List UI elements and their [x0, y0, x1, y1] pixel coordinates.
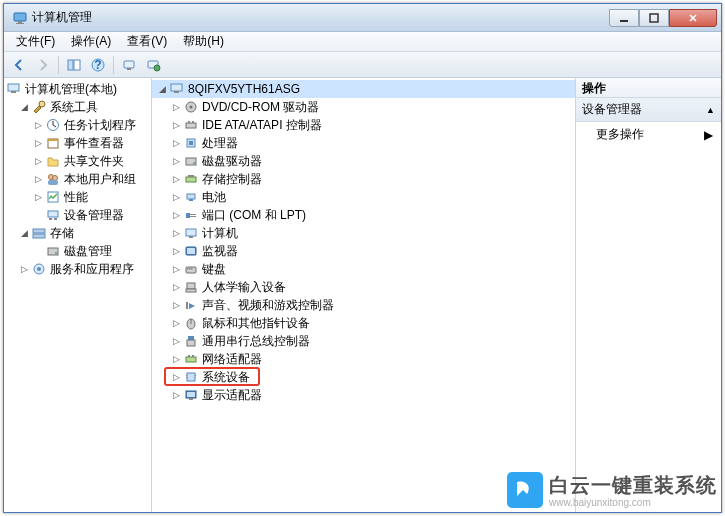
- device-category[interactable]: ▷监视器: [152, 242, 575, 260]
- tree-group-system-tools[interactable]: ◢ 系统工具: [4, 98, 151, 116]
- svg-rect-6: [74, 60, 80, 70]
- console-tree-pane[interactable]: 计算机管理(本地) ◢ 系统工具 ▷任务计划程序 ▷事件查看器 ▷共享文件夹 ▷…: [4, 78, 152, 512]
- menu-help[interactable]: 帮助(H): [175, 31, 232, 52]
- tree-group-services[interactable]: ▷ 服务和应用程序: [4, 260, 151, 278]
- expand-icon[interactable]: ▷: [170, 335, 182, 347]
- tree-item-event-viewer[interactable]: ▷事件查看器: [4, 134, 151, 152]
- device-category[interactable]: ▷存储控制器: [152, 170, 575, 188]
- expand-icon[interactable]: ▷: [170, 245, 182, 257]
- expand-icon[interactable]: ▷: [170, 227, 182, 239]
- device-category-icon: [183, 351, 199, 367]
- svg-rect-66: [188, 355, 190, 357]
- actions-section-title[interactable]: 设备管理器 ▲: [576, 98, 721, 122]
- svg-rect-28: [48, 248, 58, 255]
- svg-rect-57: [191, 268, 193, 270]
- menubar: 文件(F) 操作(A) 查看(V) 帮助(H): [4, 32, 721, 52]
- expand-icon[interactable]: ▷: [170, 137, 182, 149]
- tree-item-shared-folders[interactable]: ▷共享文件夹: [4, 152, 151, 170]
- svg-rect-64: [187, 340, 195, 346]
- device-category[interactable]: ▷鼠标和其他指针设备: [152, 314, 575, 332]
- expand-icon[interactable]: ▷: [32, 191, 44, 203]
- device-tree-pane[interactable]: ◢8QIFXV5YTH61ASG▷DVD/CD-ROM 驱动器▷IDE ATA/…: [152, 78, 576, 512]
- properties-button[interactable]: [142, 54, 164, 76]
- device-category-icon: [183, 153, 199, 169]
- expand-icon[interactable]: ▷: [170, 209, 182, 221]
- svg-rect-74: [187, 392, 195, 397]
- svg-rect-51: [189, 236, 193, 238]
- refresh-button[interactable]: [118, 54, 140, 76]
- expand-icon[interactable]: ▷: [32, 137, 44, 149]
- svg-rect-55: [187, 268, 189, 270]
- svg-rect-44: [188, 175, 194, 177]
- help-button[interactable]: ?: [87, 54, 109, 76]
- tree-item-performance[interactable]: ▷性能: [4, 188, 151, 206]
- svg-rect-65: [186, 357, 196, 362]
- expand-icon[interactable]: ▷: [32, 155, 44, 167]
- close-button[interactable]: [669, 9, 717, 27]
- device-category[interactable]: ▷系统设备: [152, 368, 575, 386]
- window-title: 计算机管理: [32, 9, 609, 26]
- device-category[interactable]: ▷IDE ATA/ATAPI 控制器: [152, 116, 575, 134]
- svg-point-12: [154, 65, 160, 71]
- maximize-button[interactable]: [639, 9, 669, 27]
- tree-root[interactable]: 计算机管理(本地): [4, 80, 151, 98]
- svg-rect-60: [186, 302, 188, 309]
- device-category[interactable]: ▷通用串行总线控制器: [152, 332, 575, 350]
- collapse-icon[interactable]: ◢: [18, 101, 30, 113]
- watermark: 白云一键重装系统 www.baiyunxitong.com: [507, 472, 717, 508]
- tree-item-local-users[interactable]: ▷本地用户和组: [4, 170, 151, 188]
- expand-icon[interactable]: ▷: [170, 101, 182, 113]
- expand-icon[interactable]: ▷: [170, 317, 182, 329]
- expand-icon[interactable]: ▷: [170, 353, 182, 365]
- device-category[interactable]: ▷网络适配器: [152, 350, 575, 368]
- expand-icon[interactable]: ▷: [170, 389, 182, 401]
- device-category[interactable]: ▷电池: [152, 188, 575, 206]
- minimize-button[interactable]: [609, 9, 639, 27]
- menu-action[interactable]: 操作(A): [63, 31, 119, 52]
- menu-file[interactable]: 文件(F): [8, 31, 63, 52]
- forward-button[interactable]: [32, 54, 54, 76]
- device-category[interactable]: ▷处理器: [152, 134, 575, 152]
- show-hide-tree-button[interactable]: [63, 54, 85, 76]
- expand-icon[interactable]: ▷: [18, 263, 30, 275]
- collapse-icon[interactable]: ◢: [18, 227, 30, 239]
- services-icon: [31, 261, 47, 277]
- collapse-icon[interactable]: ◢: [156, 83, 168, 95]
- expand-icon[interactable]: ▷: [170, 299, 182, 311]
- expand-icon[interactable]: ▷: [170, 281, 182, 293]
- expand-icon[interactable]: ▷: [170, 371, 182, 383]
- svg-rect-50: [186, 229, 196, 236]
- expand-icon[interactable]: ▷: [32, 119, 44, 131]
- expand-icon[interactable]: ▷: [170, 191, 182, 203]
- svg-rect-71: [195, 375, 196, 376]
- expand-icon[interactable]: ▷: [170, 119, 182, 131]
- device-category[interactable]: ▷磁盘驱动器: [152, 152, 575, 170]
- menu-view[interactable]: 查看(V): [119, 31, 175, 52]
- device-category[interactable]: ▷端口 (COM 和 LPT): [152, 206, 575, 224]
- tree-group-storage[interactable]: ◢ 存储: [4, 224, 151, 242]
- svg-rect-48: [190, 214, 196, 215]
- device-category[interactable]: ▷显示适配器: [152, 386, 575, 404]
- device-category[interactable]: ▷DVD/CD-ROM 驱动器: [152, 98, 575, 116]
- device-category[interactable]: ▷人体学输入设备: [152, 278, 575, 296]
- device-category[interactable]: ▷声音、视频和游戏控制器: [152, 296, 575, 314]
- svg-rect-75: [189, 398, 193, 400]
- window-controls: [609, 9, 717, 27]
- tree-item-task-scheduler[interactable]: ▷任务计划程序: [4, 116, 151, 134]
- tree-item-device-manager[interactable]: ▷设备管理器: [4, 206, 151, 224]
- expand-icon[interactable]: ▷: [32, 173, 44, 185]
- expand-icon[interactable]: ▷: [170, 173, 182, 185]
- tree-item-disk-management[interactable]: ▷磁盘管理: [4, 242, 151, 260]
- svg-rect-14: [11, 91, 16, 93]
- svg-rect-18: [48, 139, 58, 141]
- device-category-icon: [183, 369, 199, 385]
- svg-rect-49: [190, 216, 196, 217]
- expand-icon[interactable]: ▷: [170, 263, 182, 275]
- back-button[interactable]: [8, 54, 30, 76]
- device-category[interactable]: ▷计算机: [152, 224, 575, 242]
- svg-rect-24: [49, 218, 52, 220]
- more-actions-item[interactable]: 更多操作 ▶: [576, 122, 721, 147]
- device-category[interactable]: ▷键盘: [152, 260, 575, 278]
- device-root[interactable]: ◢8QIFXV5YTH61ASG: [152, 80, 575, 98]
- expand-icon[interactable]: ▷: [170, 155, 182, 167]
